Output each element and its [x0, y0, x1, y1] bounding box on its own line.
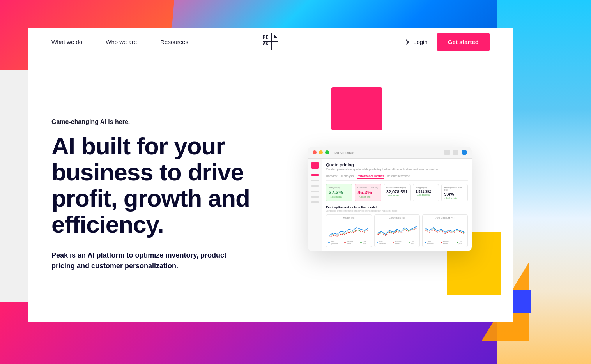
metrics-row: Margin (%) 37.3% + 8.9% on total Convers…: [326, 184, 468, 201]
tab-performance[interactable]: Performance metrics: [357, 174, 384, 179]
legend-lastyear: Last year: [360, 241, 369, 245]
dashboard-page-title: Quote pricing: [326, 163, 468, 167]
get-started-button[interactable]: Get started: [437, 33, 490, 51]
sidebar-icon-4: [311, 191, 319, 192]
nav-right: Login Get started: [403, 33, 490, 51]
window-title-bar: performance: [308, 147, 472, 159]
legend-peak-dot: [328, 242, 330, 243]
charts-row: Margin (%) Peak optimised: [326, 214, 468, 247]
legend-lastyear-dot-2: [409, 242, 410, 243]
main-card: What we do Who we are Resources PE AK: [28, 28, 513, 322]
navbar: What we do Who we are Resources PE AK: [28, 28, 513, 56]
legend-lastyear-3: Last year: [457, 241, 465, 245]
perf-label: performance: [334, 151, 353, 154]
legend-baseline-3: Baseline model: [441, 241, 454, 245]
sidebar-icon-5: [311, 196, 319, 198]
logo[interactable]: PE AK: [260, 31, 281, 53]
chart-conversion: Conversion (%) Peak optimised: [374, 214, 420, 247]
metric-discount-change: + 0.1% on total: [444, 197, 465, 199]
metric-revenue: Gross revenue (%) 32,078,591 + 5.6% on t…: [384, 184, 411, 201]
sidebar-strip: [308, 159, 322, 251]
chart-conversion-title: Conversion (%): [377, 217, 418, 219]
metric-revenue-value: 32,078,591: [386, 189, 408, 194]
sidebar-logo: [311, 162, 319, 169]
legend-peak-2: Peak optimised: [377, 241, 390, 245]
metric-discount-value: 9.4%: [444, 192, 465, 196]
tab-baseline[interactable]: Baseline reference: [387, 174, 410, 179]
metric-margin-label: Margin (%): [329, 186, 350, 189]
hero-content: Game-changing AI is here. AI built for y…: [51, 115, 292, 271]
metric-gross-value: 2,591,392: [416, 189, 437, 193]
legend-peak-3: Peak optimised: [425, 241, 438, 245]
chart-conversion-svg: [377, 221, 418, 238]
tab-ai-analysis[interactable]: AI analysis: [340, 174, 354, 179]
login-arrow-icon: [403, 39, 410, 46]
metric-revenue-label: Gross revenue (%): [386, 186, 408, 189]
dashboard-main: Quote pricing Creating personalised quot…: [322, 159, 472, 251]
hero-description: Peak is an AI platform to optimize inven…: [51, 250, 239, 271]
chart-discount-title: Avg. Discount (%): [425, 217, 465, 219]
window-dot-yellow: [319, 150, 323, 154]
window-content: Quote pricing Creating personalised quot…: [308, 159, 472, 251]
sidebar-icon-3: [311, 185, 319, 187]
sidebar-icon-1: [311, 174, 319, 176]
metric-gross-label: Margin (%): [416, 186, 437, 189]
metric-conversion-value: 46.3%: [357, 189, 379, 195]
metric-discount: Average discount (%) 9.4% + 0.1% on tota…: [441, 184, 468, 201]
legend-peak-dot-2: [377, 242, 378, 243]
metric-margin-value: 37.3%: [329, 189, 350, 195]
legend-peak-dot-3: [425, 242, 426, 243]
nav-what-we-do[interactable]: What we do: [51, 39, 82, 45]
metric-conversion: Conversion rate (%) 46.3% + 4.8% on tota…: [355, 184, 381, 201]
metric-conversion-change: + 4.8% on total: [357, 196, 379, 198]
dashboard-page-subtitle: Creating personalised quotes while predi…: [326, 168, 468, 171]
chart-conversion-legend: Peak optimised Baseline model Last year: [377, 241, 418, 245]
chart-discount-svg: [425, 221, 465, 238]
sidebar-icon-2: [311, 180, 319, 181]
metric-gross-margin: Margin (%) 2,591,392 + 3.4% total year: [413, 184, 439, 201]
chart-margin-legend: Peak optimised Baseline model Last year: [328, 241, 369, 245]
legend-baseline-2: Baseline model: [393, 241, 406, 245]
metric-conversion-label: Conversion rate (%): [357, 186, 379, 189]
chart-discount: Avg. Discount (%) Peak optimised: [422, 214, 468, 247]
svg-text:PE: PE: [263, 35, 268, 40]
hero-visual: performance: [308, 80, 490, 306]
hero-tagline: Game-changing AI is here.: [51, 118, 292, 125]
metric-discount-label: Average discount (%): [444, 186, 465, 191]
legend-baseline-dot-3: [441, 242, 442, 243]
login-label: Login: [413, 39, 428, 45]
metric-revenue-change: + 5.6% on total: [386, 194, 408, 197]
svg-text:AK: AK: [263, 41, 269, 46]
sidebar-icon-6: [311, 201, 319, 203]
window-dot-green: [325, 150, 329, 154]
legend-baseline-dot: [344, 242, 346, 243]
tab-overview[interactable]: Overview: [326, 174, 337, 179]
metric-margin-change: + 8.9% on total: [329, 196, 350, 198]
shape-pink: [331, 87, 382, 130]
dashboard-window: performance: [308, 147, 472, 251]
nav-left: What we do Who we are Resources: [51, 39, 188, 45]
legend-lastyear-2: Last year: [409, 241, 418, 245]
legend-lastyear-dot: [360, 242, 362, 243]
nav-who-we-are[interactable]: Who we are: [106, 39, 137, 45]
nav-resources[interactable]: Resources: [160, 39, 188, 45]
chart-margin: Margin (%) Peak optimised: [326, 214, 372, 247]
legend-lastyear-dot-3: [457, 242, 458, 243]
chart-margin-title: Margin (%): [328, 217, 369, 219]
login-link[interactable]: Login: [403, 39, 428, 46]
legend-peak: Peak optimised: [328, 241, 342, 245]
chart-section-subtitle: Comparison of the performance of the Pea…: [326, 210, 468, 212]
metric-margin: Margin (%) 37.3% + 8.9% on total: [326, 184, 352, 201]
legend-baseline-dot-2: [393, 242, 394, 243]
dashboard-tabs: Overview AI analysis Performance metrics…: [326, 174, 468, 181]
window-dot-red: [313, 150, 317, 154]
chart-margin-svg: [328, 221, 369, 238]
chart-discount-legend: Peak optimised Baseline model Last year: [425, 241, 465, 245]
hero-section: Game-changing AI is here. AI built for y…: [28, 56, 513, 322]
legend-baseline: Baseline model: [344, 241, 358, 245]
metric-gross-change: + 3.4% total year: [416, 194, 437, 196]
chart-section-title: Peak optimised vs baseline model: [326, 205, 468, 209]
hero-title: AI built for your business to drive prof…: [51, 133, 292, 238]
